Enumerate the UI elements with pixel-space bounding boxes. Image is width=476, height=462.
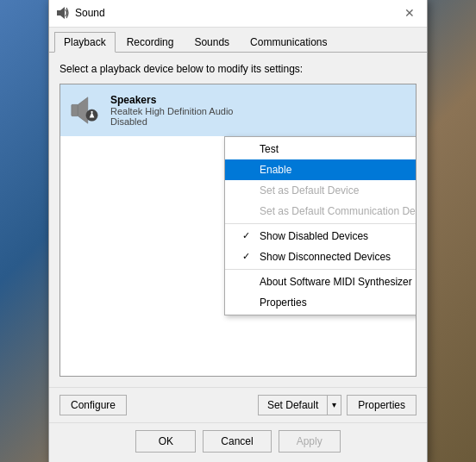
title-bar-left: Sound: [56, 6, 105, 20]
window-title: Sound: [75, 7, 105, 19]
configure-button[interactable]: Configure: [60, 395, 127, 415]
ctx-properties[interactable]: Properties: [225, 292, 416, 313]
context-menu: Test Enable Set as Default Device Set as…: [224, 136, 416, 315]
device-driver: Realtek High Definition Audio: [110, 106, 233, 116]
device-list[interactable]: Speakers Realtek High Definition Audio D…: [60, 84, 416, 377]
tab-bar: Playback Recording Sounds Communications: [49, 28, 427, 53]
ctx-enable-label: Enable: [260, 164, 291, 176]
ctx-properties-label: Properties: [260, 297, 307, 309]
ctx-show-disconnected-label: Show Disconnected Devices: [260, 251, 391, 263]
tab-recording[interactable]: Recording: [117, 32, 184, 53]
ctx-test-label: Test: [260, 143, 279, 155]
set-default-split: Set Default ▾: [258, 395, 341, 415]
description-text: Select a playback device below to modify…: [60, 63, 416, 75]
speaker-icon: [68, 94, 101, 127]
ctx-test[interactable]: Test: [225, 139, 416, 159]
ctx-set-default-label: Set as Default Device: [260, 184, 359, 197]
main-content: Select a playback device below to modify…: [49, 53, 427, 387]
ctx-show-disconnected[interactable]: ✓ Show Disconnected Devices: [225, 247, 416, 267]
tab-sounds[interactable]: Sounds: [185, 32, 239, 53]
title-bar: Sound ✕: [49, 0, 427, 28]
sound-dialog: Sound ✕ Playback Recording Sounds Commun…: [48, 0, 428, 462]
ctx-set-default-comm: Set as Default Communication Device: [225, 201, 416, 222]
bottom-buttons: Configure Set Default ▾ Properties: [49, 387, 427, 422]
ctx-separator-1: [225, 223, 416, 224]
device-item-speakers[interactable]: Speakers Realtek High Definition Audio D…: [60, 84, 416, 136]
ctx-set-default-comm-label: Set as Default Communication Device: [260, 205, 416, 217]
device-icon: [67, 93, 102, 128]
device-status: Disabled: [110, 116, 233, 127]
set-default-button[interactable]: Set Default: [258, 395, 327, 415]
ok-button[interactable]: OK: [135, 430, 196, 453]
svg-rect-6: [91, 110, 93, 112]
cancel-button[interactable]: Cancel: [203, 430, 271, 453]
ctx-separator-2: [225, 269, 416, 270]
svg-marker-1: [60, 7, 65, 19]
properties-button[interactable]: Properties: [347, 395, 416, 415]
svg-marker-3: [78, 97, 87, 122]
ctx-show-disconnected-check: ✓: [242, 251, 254, 262]
tab-playback[interactable]: Playback: [54, 32, 116, 53]
set-default-arrow[interactable]: ▾: [327, 395, 341, 415]
close-button[interactable]: ✕: [399, 3, 420, 23]
sound-icon: [56, 6, 70, 20]
dialog-buttons: OK Cancel Apply: [49, 422, 427, 463]
ctx-about-midi[interactable]: About Software MIDI Synthesizer: [225, 272, 416, 292]
ctx-show-disabled[interactable]: ✓ Show Disabled Devices: [225, 226, 416, 247]
svg-rect-0: [57, 10, 60, 16]
device-info: Speakers Realtek High Definition Audio D…: [110, 94, 233, 127]
ctx-enable[interactable]: Enable: [225, 159, 416, 180]
apply-button[interactable]: Apply: [279, 430, 341, 453]
ctx-about-midi-label: About Software MIDI Synthesizer: [260, 276, 412, 288]
ctx-show-disabled-label: Show Disabled Devices: [260, 230, 368, 242]
tab-communications[interactable]: Communications: [241, 32, 336, 53]
svg-rect-2: [72, 104, 78, 116]
ctx-set-default: Set as Default Device: [225, 180, 416, 201]
ctx-show-disabled-check: ✓: [242, 230, 254, 241]
device-name: Speakers: [110, 94, 233, 106]
